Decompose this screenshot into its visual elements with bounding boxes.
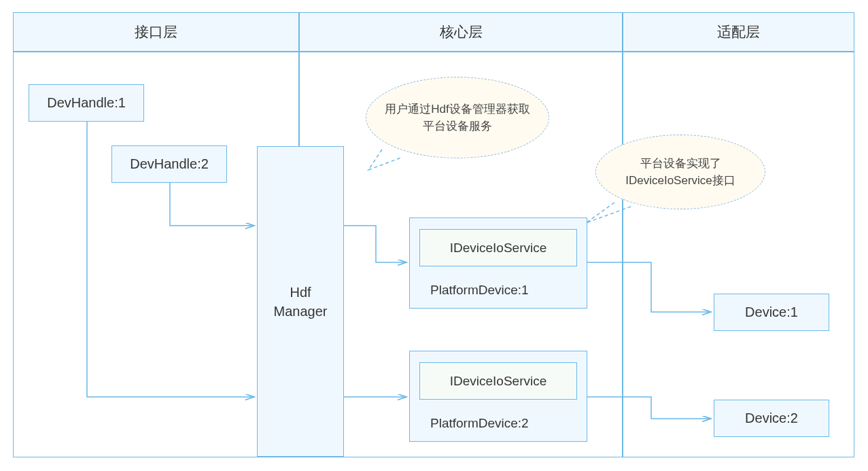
- platformdevice1-service-label: IDeviceIoService: [450, 241, 547, 256]
- platformdevice1-box: IDeviceIoService PlatformDevice:1: [409, 217, 587, 309]
- devhandle2-label: DevHandle:2: [130, 156, 209, 172]
- platformdevice2-service: IDeviceIoService: [419, 362, 577, 400]
- hdfmanager-box: Hdf Manager: [257, 146, 344, 457]
- platformdevice2-label: PlatformDevice:2: [430, 416, 529, 431]
- platformdevice2-box: IDeviceIoService PlatformDevice:2: [409, 351, 587, 442]
- devhandle2-box: DevHandle:2: [111, 145, 227, 183]
- device1-box: Device:1: [714, 294, 829, 331]
- device2-box: Device:2: [714, 400, 829, 437]
- layer-body-adapter: [623, 52, 854, 457]
- bubble-hdf-manager: 用户通过Hdf设备管理器获取平台设备服务: [366, 77, 549, 158]
- bubble-ideviceio: 平台设备实现了IDeviceIoService接口: [595, 135, 765, 209]
- layer-header-interface: 接口层: [13, 12, 299, 52]
- devhandle1-box: DevHandle:1: [29, 84, 144, 122]
- layer-header-label: 接口层: [135, 22, 177, 41]
- layer-header-core: 核心层: [299, 12, 623, 52]
- platformdevice1-service: IDeviceIoService: [419, 229, 577, 266]
- bubble1-text: 用户通过Hdf设备管理器获取平台设备服务: [380, 101, 535, 135]
- platformdevice1-label: PlatformDevice:1: [430, 283, 529, 298]
- device1-label: Device:1: [745, 304, 798, 320]
- layer-header-label: 适配层: [717, 22, 760, 41]
- device2-label: Device:2: [745, 411, 798, 426]
- devhandle1-label: DevHandle:1: [47, 95, 126, 111]
- hdfmanager-label: Hdf Manager: [274, 283, 328, 321]
- layer-header-label: 核心层: [440, 22, 483, 41]
- platformdevice2-service-label: IDeviceIoService: [450, 374, 547, 389]
- bubble2-text: 平台设备实现了IDeviceIoService接口: [610, 155, 751, 190]
- layer-header-adapter: 适配层: [623, 12, 854, 52]
